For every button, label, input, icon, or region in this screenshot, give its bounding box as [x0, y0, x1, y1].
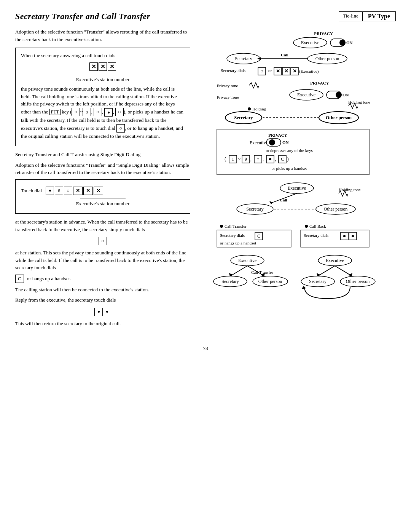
- executive-label-1: Executive: [301, 40, 319, 45]
- exec-station-label2: Executive's station number: [21, 200, 185, 208]
- secretary-label-bold: Secretary: [234, 115, 253, 120]
- content-wrapper: Adoption of the selective function "Tran…: [15, 28, 396, 330]
- key-c: C: [15, 275, 24, 283]
- comma-2: ,: [263, 157, 264, 162]
- or-picks-label: or picks up a handset: [272, 166, 307, 171]
- box2-body1: at the secretary's station in advance. W…: [15, 218, 190, 233]
- box2: Touch dial 6 ○ ✕ ✕ ✕ Executive's station…: [15, 179, 190, 214]
- right-diagrams-svg: PRIVACY Executive ON Secretary Call Othe…: [213, 28, 381, 310]
- box1-body: the privacy tone sounds continuously at …: [21, 85, 185, 140]
- executive-paren-1: (Executive): [299, 69, 319, 74]
- on-label-2: ON: [342, 93, 349, 97]
- exec-arrow-head: [269, 201, 273, 204]
- key-open-paren: (: [225, 156, 226, 162]
- reply-text: The calling station will then be connect…: [15, 286, 190, 294]
- switch-dot-3: [269, 139, 275, 145]
- centered-key-o: ○: [15, 237, 190, 245]
- touch-dial-label: Touch dial: [21, 188, 42, 194]
- holding-tone-label-2: Holding tone: [339, 187, 361, 192]
- key-9-text: 9: [245, 157, 247, 162]
- arrow-down-left-4: [232, 266, 247, 275]
- key-o-center: ○: [99, 237, 107, 245]
- subheader: Secretary Transfer and Call Transfer usi…: [15, 151, 190, 158]
- privacy-tone-oval-label: Privacy Tone: [217, 95, 239, 99]
- curved-arrow: [304, 287, 350, 299]
- executive-label-5: Executive: [326, 258, 344, 263]
- bullet-call-transfer: [220, 225, 223, 228]
- secretary-label-bl: Secretary: [221, 279, 239, 284]
- ct-sec-dials: Secretary dials: [220, 233, 245, 238]
- other-person-label-bold: Other person: [326, 115, 352, 120]
- comma-3: ,: [275, 157, 276, 162]
- or-depresses-label: or depresses any of the keys: [266, 148, 313, 153]
- page-type-box: Tie-line PV Type: [339, 11, 396, 21]
- key-1-text: 1: [232, 157, 234, 162]
- call-transfer-label-2: Call Transfer: [251, 270, 273, 275]
- executive-label-2: Executive: [297, 92, 315, 97]
- arrow-down-right-5: [335, 266, 350, 275]
- on-label-3: ON: [282, 140, 289, 145]
- or-hangs-label: or hangs up a handset.: [27, 276, 71, 282]
- secretary-label-3: Secretary: [246, 206, 263, 212]
- box1: When the secretary answering a call touc…: [15, 48, 190, 146]
- dial-key-x3: ✕: [108, 62, 116, 71]
- dial-underline1: [80, 74, 126, 74]
- executive-label-3b: Executive: [288, 185, 306, 191]
- zigzag-1: [249, 83, 259, 88]
- last-text: This will then return the secretary to t…: [15, 320, 190, 328]
- touch-dial-keys: 6 ○ ✕ ✕ ✕: [46, 187, 103, 195]
- exec-station-label1: Executive's station number: [21, 76, 185, 83]
- curved-arrowhead: [301, 286, 306, 289]
- other-person-label-br: Other person: [346, 279, 370, 284]
- centered-key-dots: [15, 308, 190, 316]
- holding-label: Holding: [252, 107, 266, 111]
- other-person-label-bl: Other person: [258, 279, 282, 284]
- dial-underline2: [80, 198, 126, 198]
- or-hangs-row: C or hangs up a handset.: [15, 275, 190, 283]
- dial-key-x2: ✕: [99, 62, 107, 71]
- executive-label-4: Executive: [238, 258, 256, 263]
- sec-dials-text-1: Secretary dials: [221, 68, 245, 73]
- key-circle-text-1: ○: [260, 68, 263, 74]
- key-dot-dot-left: [94, 308, 103, 316]
- call-label-1: Call: [281, 53, 288, 57]
- dot-in-key: [269, 158, 271, 160]
- cb-sec-dials: Secretary dials: [304, 233, 328, 238]
- bullet-holding: [248, 107, 251, 110]
- page-title: Secretary Transfer and Call Transfer: [15, 11, 150, 21]
- right-column: PRIVACY Executive ON Secretary Call Othe…: [198, 28, 396, 330]
- key-circle: ○: [64, 187, 72, 195]
- privacy-label-1: PRIVACY: [314, 31, 333, 36]
- arrow-down-left-5: [320, 266, 335, 275]
- key-o-2-text: ○: [256, 156, 260, 162]
- key-6: 6: [55, 187, 63, 195]
- key-c-2-text: C: [281, 157, 284, 162]
- key-x-text-r3: ✕: [293, 68, 297, 74]
- or-text-1: or: [268, 68, 272, 73]
- page-header: Secretary Transfer and Call Transfer Tie…: [15, 11, 396, 21]
- subpara: Adoption of the selective functions "Tra…: [15, 161, 190, 176]
- page-number: – 78 –: [15, 345, 396, 351]
- other-person-label-3: Other person: [324, 206, 347, 212]
- tieline-label: Tie-line: [339, 12, 363, 21]
- executive-label-3: Executive: [250, 140, 268, 145]
- pv-label: PV Type: [363, 12, 395, 21]
- secretary-label-1: Secretary: [235, 56, 252, 61]
- privacy-label-2: PRIVACY: [310, 81, 329, 85]
- key-dot-left: [46, 187, 54, 195]
- switch-dot-2: [336, 92, 342, 98]
- cb-box: [301, 230, 369, 247]
- privacy-label-3: PRIVACY: [268, 133, 287, 137]
- switch-dot-1: [339, 40, 346, 46]
- close-paren: ): [287, 156, 289, 162]
- ct-or-hangs: or hangs up a handset: [220, 241, 256, 245]
- ct-key-c-text: C: [257, 233, 260, 239]
- tilde: ~: [238, 156, 241, 162]
- call-label-3: Call: [280, 198, 287, 202]
- key-dot-dot-right: [103, 308, 111, 316]
- key-x-text-r1: ✕: [276, 68, 280, 74]
- box2-body2: at her station. This sets the privacy to…: [15, 249, 190, 272]
- cb-dot2: [352, 235, 354, 237]
- dial-display-xxx: ✕ ✕ ✕: [21, 62, 185, 71]
- reply-text2: Reply from the executive, the secretary …: [15, 296, 190, 304]
